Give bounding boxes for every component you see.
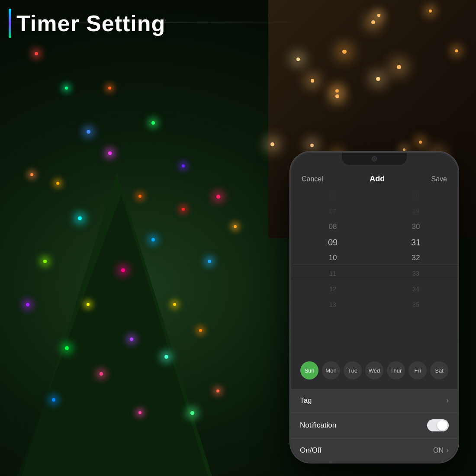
hour-picker[interactable]: 06 07 08 09 10 11 12 13: [291, 188, 374, 355]
room-light-dot: [335, 94, 339, 98]
day-selector: Sun Mon Tue Wed Thur Fri Sat: [291, 355, 457, 386]
hour-selected: 09: [300, 235, 366, 250]
time-picker[interactable]: 06 07 08 09 10 11 12 13 28 29 30 3: [291, 188, 457, 355]
nav-bar: Cancel Add Save: [291, 169, 457, 188]
picker-line-bottom: [291, 279, 457, 279]
title-accent-bar: [9, 9, 11, 38]
light-dot: [78, 216, 82, 220]
room-light-dot: [371, 20, 375, 24]
room-light-dot: [429, 10, 432, 13]
phone-screen: Cancel Add Save 06 07 08 09: [291, 153, 457, 462]
light-dot: [65, 346, 69, 350]
room-light-dot: [419, 141, 422, 144]
light-dot: [26, 303, 29, 306]
light-dot: [164, 355, 168, 359]
notification-row[interactable]: Notification: [291, 412, 457, 439]
notification-label: Notification: [300, 421, 336, 430]
minute-item: 34: [383, 281, 449, 297]
day-wed[interactable]: Wed: [365, 361, 383, 380]
light-dot: [121, 268, 125, 272]
minute-selected: 31: [383, 235, 449, 250]
minute-picker[interactable]: 28 29 30 31 32 33 34 35: [374, 188, 457, 355]
hour-item: 08: [300, 219, 366, 235]
day-mon[interactable]: Mon: [322, 361, 340, 380]
screen-content: Cancel Add Save 06 07 08 09: [291, 169, 457, 462]
room-light-dot: [455, 49, 458, 52]
day-sat[interactable]: Sat: [430, 361, 448, 380]
room-light-dot: [403, 148, 405, 151]
phone-camera: [372, 156, 377, 161]
toggle-knob: [437, 420, 447, 431]
title-banner: Timer Setting: [9, 9, 165, 38]
light-dot: [199, 329, 202, 332]
minute-item: 35: [383, 297, 449, 312]
day-fri[interactable]: Fri: [408, 361, 427, 380]
minute-item: 29: [383, 203, 449, 219]
light-dot: [130, 338, 133, 341]
minute-item: 33: [383, 266, 449, 281]
day-tue[interactable]: Tue: [344, 361, 362, 380]
day-thur[interactable]: Thur: [387, 361, 405, 380]
cancel-button[interactable]: Cancel: [302, 175, 323, 183]
notification-toggle[interactable]: [427, 419, 449, 431]
light-dot: [30, 173, 33, 176]
picker-line-top: [291, 264, 457, 264]
room-light-dot: [377, 14, 380, 16]
room-light-dot: [296, 58, 300, 61]
settings-section: Tag › Notification On/Off: [291, 389, 457, 462]
hour-item: 06: [300, 188, 366, 203]
light-dot: [52, 398, 55, 402]
light-dot: [108, 87, 111, 90]
room-light-dot: [376, 77, 380, 81]
light-dot: [56, 182, 59, 185]
light-dot: [216, 389, 219, 392]
light-dot: [43, 260, 47, 263]
on-off-row[interactable]: On/Off ON ›: [291, 439, 457, 462]
page-title: Timer Setting: [16, 10, 165, 36]
tag-chevron: ›: [446, 396, 449, 405]
light-dot: [182, 208, 185, 211]
tag-label: Tag: [300, 396, 312, 405]
light-dot: [190, 411, 194, 415]
minute-item: 28: [383, 188, 449, 203]
hour-item: 07: [300, 203, 366, 219]
light-dot: [87, 303, 90, 306]
room-light-dot: [342, 50, 347, 54]
save-button[interactable]: Save: [431, 175, 447, 183]
room-light-dot: [310, 144, 314, 147]
room-light-dot: [311, 79, 314, 82]
room-light-dot: [270, 142, 274, 146]
light-dot: [208, 260, 211, 263]
phone-mockup: Cancel Add Save 06 07 08 09: [290, 151, 459, 463]
light-dot: [151, 238, 155, 241]
minute-item: 30: [383, 219, 449, 235]
light-dot: [216, 195, 220, 199]
light-dot: [108, 151, 112, 155]
nav-title: Add: [370, 174, 385, 183]
room-light-dot: [335, 89, 339, 93]
hour-item: 13: [300, 297, 366, 312]
light-dot: [100, 372, 103, 376]
light-dot: [182, 164, 185, 167]
on-off-chevron-icon: ›: [446, 446, 449, 455]
tag-row[interactable]: Tag ›: [291, 389, 457, 412]
light-dot: [138, 195, 142, 198]
hour-item: 11: [300, 266, 366, 281]
chevron-icon: ›: [446, 396, 449, 405]
room-light-dot: [397, 65, 401, 69]
light-dot: [151, 121, 155, 125]
light-dot: [173, 303, 176, 306]
on-off-text: ON: [433, 447, 444, 454]
on-off-label: On/Off: [300, 446, 322, 455]
light-dot: [65, 87, 68, 90]
light-dot: [35, 52, 38, 55]
light-dot: [138, 411, 142, 414]
light-dot: [87, 130, 90, 134]
phone-frame: Cancel Add Save 06 07 08 09: [290, 151, 459, 463]
on-off-value: ON ›: [433, 446, 449, 455]
hour-item: 12: [300, 281, 366, 297]
phone-notch: [342, 153, 407, 165]
day-sun[interactable]: Sun: [300, 361, 318, 380]
light-dot: [234, 225, 237, 228]
